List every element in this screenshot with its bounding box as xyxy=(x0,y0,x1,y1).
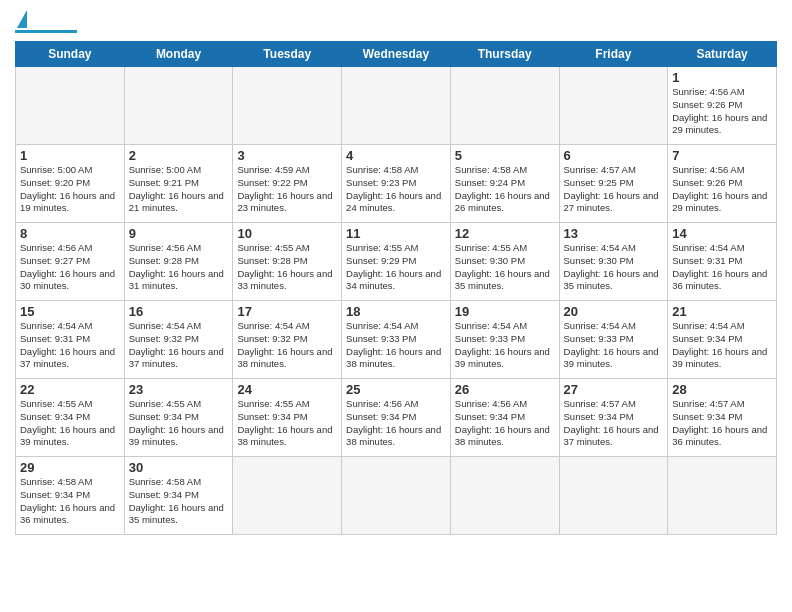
day-number: 1 xyxy=(20,148,120,163)
day-header-wednesday: Wednesday xyxy=(342,42,451,67)
calendar-cell: 23Sunrise: 4:55 AMSunset: 9:34 PMDayligh… xyxy=(124,379,233,457)
day-info: Sunrise: 4:57 AMSunset: 9:34 PMDaylight:… xyxy=(564,398,664,449)
day-info: Sunrise: 4:54 AMSunset: 9:30 PMDaylight:… xyxy=(564,242,664,293)
day-info: Sunrise: 4:54 AMSunset: 9:33 PMDaylight:… xyxy=(455,320,555,371)
day-number: 14 xyxy=(672,226,772,241)
day-header-sunday: Sunday xyxy=(16,42,125,67)
calendar-cell: 1Sunrise: 4:56 AMSunset: 9:26 PMDaylight… xyxy=(668,67,777,145)
day-info: Sunrise: 4:55 AMSunset: 9:34 PMDaylight:… xyxy=(20,398,120,449)
day-info: Sunrise: 4:56 AMSunset: 9:28 PMDaylight:… xyxy=(129,242,229,293)
calendar-cell: 1Sunrise: 5:00 AMSunset: 9:20 PMDaylight… xyxy=(16,145,125,223)
day-number: 10 xyxy=(237,226,337,241)
calendar-cell: 9Sunrise: 4:56 AMSunset: 9:28 PMDaylight… xyxy=(124,223,233,301)
calendar-cell: 15Sunrise: 4:54 AMSunset: 9:31 PMDayligh… xyxy=(16,301,125,379)
day-number: 16 xyxy=(129,304,229,319)
day-number: 24 xyxy=(237,382,337,397)
day-info: Sunrise: 5:00 AMSunset: 9:20 PMDaylight:… xyxy=(20,164,120,215)
page: SundayMondayTuesdayWednesdayThursdayFrid… xyxy=(0,0,792,612)
calendar-week-4: 15Sunrise: 4:54 AMSunset: 9:31 PMDayligh… xyxy=(16,301,777,379)
day-info: Sunrise: 4:55 AMSunset: 9:28 PMDaylight:… xyxy=(237,242,337,293)
day-info: Sunrise: 4:58 AMSunset: 9:34 PMDaylight:… xyxy=(129,476,229,527)
day-number: 4 xyxy=(346,148,446,163)
day-info: Sunrise: 4:54 AMSunset: 9:34 PMDaylight:… xyxy=(672,320,772,371)
calendar-cell: 8Sunrise: 4:56 AMSunset: 9:27 PMDaylight… xyxy=(16,223,125,301)
day-number: 17 xyxy=(237,304,337,319)
day-number: 28 xyxy=(672,382,772,397)
calendar-cell: 18Sunrise: 4:54 AMSunset: 9:33 PMDayligh… xyxy=(342,301,451,379)
day-info: Sunrise: 4:58 AMSunset: 9:23 PMDaylight:… xyxy=(346,164,446,215)
calendar-cell: 4Sunrise: 4:58 AMSunset: 9:23 PMDaylight… xyxy=(342,145,451,223)
day-number: 3 xyxy=(237,148,337,163)
day-number: 25 xyxy=(346,382,446,397)
calendar-cell xyxy=(668,457,777,535)
day-info: Sunrise: 4:55 AMSunset: 9:34 PMDaylight:… xyxy=(237,398,337,449)
logo xyxy=(15,10,77,33)
day-number: 26 xyxy=(455,382,555,397)
day-info: Sunrise: 4:56 AMSunset: 9:26 PMDaylight:… xyxy=(672,164,772,215)
calendar-cell xyxy=(233,67,342,145)
day-info: Sunrise: 4:56 AMSunset: 9:27 PMDaylight:… xyxy=(20,242,120,293)
day-info: Sunrise: 4:58 AMSunset: 9:34 PMDaylight:… xyxy=(20,476,120,527)
calendar-cell: 21Sunrise: 4:54 AMSunset: 9:34 PMDayligh… xyxy=(668,301,777,379)
day-header-saturday: Saturday xyxy=(668,42,777,67)
calendar-cell: 11Sunrise: 4:55 AMSunset: 9:29 PMDayligh… xyxy=(342,223,451,301)
day-number: 30 xyxy=(129,460,229,475)
day-number: 12 xyxy=(455,226,555,241)
day-info: Sunrise: 4:56 AMSunset: 9:26 PMDaylight:… xyxy=(672,86,772,137)
calendar-cell: 30Sunrise: 4:58 AMSunset: 9:34 PMDayligh… xyxy=(124,457,233,535)
calendar-cell: 26Sunrise: 4:56 AMSunset: 9:34 PMDayligh… xyxy=(450,379,559,457)
day-number: 5 xyxy=(455,148,555,163)
logo-triangle-icon xyxy=(17,10,27,28)
day-info: Sunrise: 5:00 AMSunset: 9:21 PMDaylight:… xyxy=(129,164,229,215)
day-info: Sunrise: 4:55 AMSunset: 9:29 PMDaylight:… xyxy=(346,242,446,293)
day-number: 6 xyxy=(564,148,664,163)
day-info: Sunrise: 4:54 AMSunset: 9:31 PMDaylight:… xyxy=(672,242,772,293)
calendar: SundayMondayTuesdayWednesdayThursdayFrid… xyxy=(15,41,777,535)
calendar-cell: 14Sunrise: 4:54 AMSunset: 9:31 PMDayligh… xyxy=(668,223,777,301)
calendar-cell: 28Sunrise: 4:57 AMSunset: 9:34 PMDayligh… xyxy=(668,379,777,457)
day-info: Sunrise: 4:57 AMSunset: 9:34 PMDaylight:… xyxy=(672,398,772,449)
day-header-tuesday: Tuesday xyxy=(233,42,342,67)
calendar-cell: 16Sunrise: 4:54 AMSunset: 9:32 PMDayligh… xyxy=(124,301,233,379)
day-info: Sunrise: 4:55 AMSunset: 9:34 PMDaylight:… xyxy=(129,398,229,449)
calendar-week-6: 29Sunrise: 4:58 AMSunset: 9:34 PMDayligh… xyxy=(16,457,777,535)
day-info: Sunrise: 4:59 AMSunset: 9:22 PMDaylight:… xyxy=(237,164,337,215)
calendar-cell: 17Sunrise: 4:54 AMSunset: 9:32 PMDayligh… xyxy=(233,301,342,379)
day-number: 18 xyxy=(346,304,446,319)
calendar-cell: 12Sunrise: 4:55 AMSunset: 9:30 PMDayligh… xyxy=(450,223,559,301)
calendar-cell xyxy=(450,457,559,535)
day-info: Sunrise: 4:54 AMSunset: 9:31 PMDaylight:… xyxy=(20,320,120,371)
calendar-cell xyxy=(559,457,668,535)
day-number: 22 xyxy=(20,382,120,397)
calendar-cell xyxy=(233,457,342,535)
calendar-cell: 6Sunrise: 4:57 AMSunset: 9:25 PMDaylight… xyxy=(559,145,668,223)
day-info: Sunrise: 4:54 AMSunset: 9:32 PMDaylight:… xyxy=(129,320,229,371)
day-header-monday: Monday xyxy=(124,42,233,67)
day-info: Sunrise: 4:55 AMSunset: 9:30 PMDaylight:… xyxy=(455,242,555,293)
day-number: 20 xyxy=(564,304,664,319)
day-number: 7 xyxy=(672,148,772,163)
day-number: 8 xyxy=(20,226,120,241)
calendar-cell: 20Sunrise: 4:54 AMSunset: 9:33 PMDayligh… xyxy=(559,301,668,379)
calendar-cell: 24Sunrise: 4:55 AMSunset: 9:34 PMDayligh… xyxy=(233,379,342,457)
day-info: Sunrise: 4:54 AMSunset: 9:33 PMDaylight:… xyxy=(346,320,446,371)
day-number: 21 xyxy=(672,304,772,319)
calendar-cell: 10Sunrise: 4:55 AMSunset: 9:28 PMDayligh… xyxy=(233,223,342,301)
day-number: 27 xyxy=(564,382,664,397)
calendar-cell: 7Sunrise: 4:56 AMSunset: 9:26 PMDaylight… xyxy=(668,145,777,223)
calendar-cell: 13Sunrise: 4:54 AMSunset: 9:30 PMDayligh… xyxy=(559,223,668,301)
day-number: 19 xyxy=(455,304,555,319)
calendar-week-5: 22Sunrise: 4:55 AMSunset: 9:34 PMDayligh… xyxy=(16,379,777,457)
day-header-friday: Friday xyxy=(559,42,668,67)
logo-underline xyxy=(15,30,77,33)
calendar-cell xyxy=(16,67,125,145)
day-number: 1 xyxy=(672,70,772,85)
calendar-cell: 22Sunrise: 4:55 AMSunset: 9:34 PMDayligh… xyxy=(16,379,125,457)
day-number: 11 xyxy=(346,226,446,241)
calendar-cell: 27Sunrise: 4:57 AMSunset: 9:34 PMDayligh… xyxy=(559,379,668,457)
day-info: Sunrise: 4:57 AMSunset: 9:25 PMDaylight:… xyxy=(564,164,664,215)
day-info: Sunrise: 4:54 AMSunset: 9:33 PMDaylight:… xyxy=(564,320,664,371)
calendar-week-3: 8Sunrise: 4:56 AMSunset: 9:27 PMDaylight… xyxy=(16,223,777,301)
calendar-cell: 25Sunrise: 4:56 AMSunset: 9:34 PMDayligh… xyxy=(342,379,451,457)
calendar-cell xyxy=(124,67,233,145)
